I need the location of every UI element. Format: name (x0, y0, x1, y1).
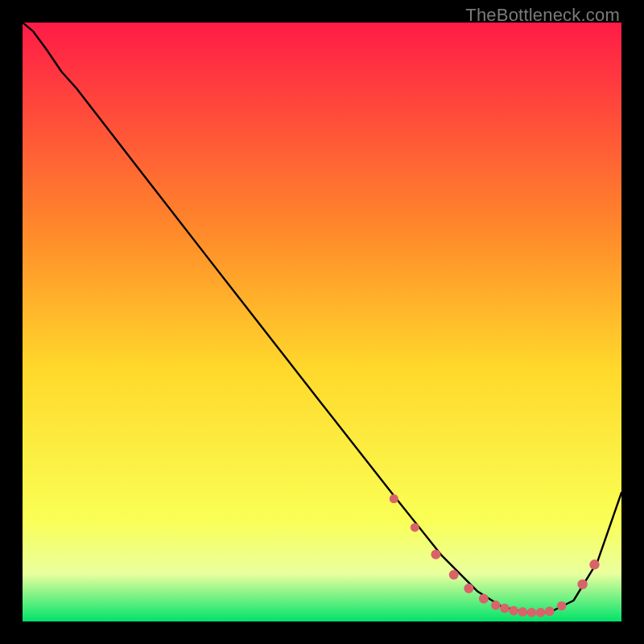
data-marker (411, 523, 419, 532)
data-marker (500, 604, 510, 613)
data-marker (589, 559, 599, 569)
data-marker (390, 494, 398, 503)
watermark-text: TheBottleneck.com (465, 5, 620, 26)
chart-frame (23, 23, 621, 621)
data-marker (491, 601, 501, 610)
data-marker (431, 550, 440, 559)
data-marker (464, 584, 473, 593)
chart-plot (23, 23, 621, 621)
data-marker (509, 606, 518, 616)
data-marker (545, 607, 555, 617)
data-marker (449, 570, 459, 580)
data-marker (527, 608, 537, 617)
data-marker (557, 601, 567, 611)
data-marker (536, 608, 546, 617)
data-marker (577, 580, 587, 589)
gradient-background (23, 23, 621, 621)
data-marker (479, 594, 489, 604)
data-marker (518, 607, 527, 617)
